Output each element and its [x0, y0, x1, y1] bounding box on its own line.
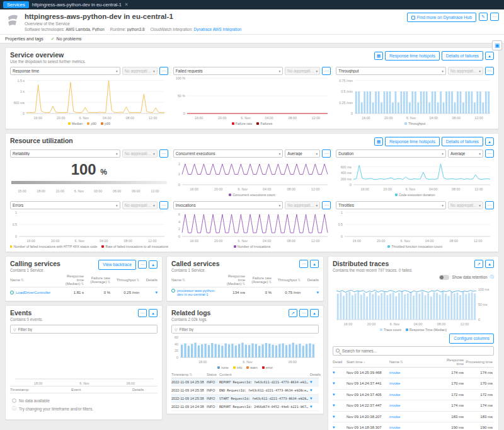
service-link[interactable]: LoadDriverController	[16, 291, 50, 294]
failed-requests-plot[interactable]: 100 %50 %016:0020:006. Nov04:0008:0012:0…	[173, 76, 331, 127]
card-more-button[interactable]: ⋯	[299, 260, 308, 268]
legend-item[interactable]: Code execution duration	[395, 193, 435, 197]
column-header-throughput[interactable]: Throughput⇅	[273, 278, 302, 282]
events-filter[interactable]: ▽	[10, 325, 158, 334]
collapse-section-button[interactable]: ▴	[310, 260, 319, 268]
data-retention-toggle[interactable]	[439, 275, 449, 280]
legend-item[interactable]: info	[233, 366, 243, 369]
metric-select[interactable]: Concurrent executions▾	[173, 149, 284, 158]
expand-row-icon[interactable]: ▾	[333, 414, 335, 419]
info-icon[interactable]: ⓘ	[490, 274, 495, 280]
aggregation-select[interactable]: Average▾	[448, 149, 483, 158]
trace-name-link[interactable]: invoke	[389, 371, 400, 375]
column-header-throughput[interactable]: Throughput⇅	[112, 278, 141, 282]
details-of-failures-button[interactable]: Details of failures	[442, 137, 483, 146]
expand-row-icon[interactable]: ▾	[333, 403, 335, 407]
collapse-section-button[interactable]: ▴	[485, 137, 494, 146]
legend-item[interactable]: Trace count	[380, 328, 401, 332]
expand-row-icon[interactable]: ▾	[333, 425, 335, 429]
invocations-plot[interactable]: 642016:0020:006. Nov04:0008:0012:00Numbe…	[173, 211, 331, 250]
aggregation-select[interactable]: Average▾	[285, 149, 320, 158]
trace-name-link[interactable]: invoke	[389, 381, 400, 385]
legend-item[interactable]: none	[217, 366, 229, 369]
events-timeline-plot[interactable]: 18:006. Nov06:00	[10, 335, 158, 386]
logs-filter[interactable]: ▽	[171, 325, 319, 334]
details-of-failures-button[interactable]: Details of failures	[442, 51, 483, 61]
legend-item[interactable]: Rate of failed invocations to all invoca…	[101, 245, 168, 248]
legend-item[interactable]: Failures	[256, 122, 272, 125]
logs-histogram-plot[interactable]: 604020018:006. Nov06:00noneinfowarnerror	[171, 335, 319, 371]
chart-more-button[interactable]: ⋯	[485, 201, 494, 209]
edit-button[interactable]: ✎	[479, 13, 488, 21]
throughput-plot[interactable]: 0.75 /min0.5 /min0.25 /min016:0020:006. …	[336, 76, 494, 127]
column-header-start-time[interactable]: Start time↓	[346, 360, 389, 364]
response-time-plot[interactable]: 1.5 s1 s500 ms016:0020:006. Nov04:0008:0…	[10, 76, 168, 127]
metric-select[interactable]: Throttles▾	[336, 201, 446, 209]
collapse-section-button[interactable]: ▴	[485, 260, 494, 268]
chart-more-button[interactable]: ⋯	[159, 149, 168, 158]
logs-filter-input[interactable]	[180, 327, 316, 332]
trace-search-input[interactable]	[342, 349, 491, 353]
legend-item[interactable]: Concurrent executions count	[229, 193, 275, 197]
legend-item[interactable]: warn	[246, 366, 257, 369]
events-filter-input[interactable]	[18, 327, 154, 332]
configure-columns-button[interactable]: Configure columns	[449, 334, 494, 343]
chart-more-button[interactable]: ⋯	[322, 201, 331, 209]
expand-row-icon[interactable]: ▾	[333, 381, 335, 385]
metric-select[interactable]: Response time▾	[10, 67, 120, 75]
trace-name-link[interactable]: invoke	[389, 426, 400, 429]
column-header-failure-rate[interactable]: Failure rate (Average)⇅	[86, 276, 112, 284]
expand-row-icon[interactable]: ▾	[333, 392, 335, 397]
column-header-status[interactable]: Status	[207, 373, 219, 376]
expand-row-icon[interactable]: ▾	[333, 370, 335, 375]
legend-item[interactable]: p90	[87, 122, 96, 125]
chart-more-button[interactable]: ⋯	[485, 149, 494, 158]
concurrent-executions-plot[interactable]: 21016:0020:006. Nov04:0008:0012:00Concur…	[173, 159, 331, 198]
tab-problems[interactable]: ✓No problems	[51, 35, 82, 43]
view-backtrace-button[interactable]: View backtrace	[98, 260, 136, 269]
throttles-plot[interactable]: 10.5016:0020:006. Nov04:0008:0012:00Thro…	[336, 211, 494, 250]
collapse-section-button[interactable]: ▴	[149, 309, 158, 317]
expand-row-icon[interactable]: ▾	[155, 290, 158, 294]
trace-name-link[interactable]: invoke	[389, 393, 400, 397]
services-nav-button[interactable]: Services	[3, 1, 29, 9]
column-header-failure-rate[interactable]: Failure rate (Average)⇅	[247, 276, 273, 284]
legend-item[interactable]: Number of invocations	[234, 245, 271, 248]
expand-card-button[interactable]: ↗	[474, 260, 483, 268]
chart-more-button[interactable]: ⋯	[322, 67, 331, 75]
column-header-timestamp[interactable]: Timestamp	[10, 388, 71, 392]
duration-plot[interactable]: 600 ms400 ms200 ms016:0020:006. Nov04:00…	[336, 159, 494, 198]
metric-select[interactable]: Errors▾	[10, 201, 120, 209]
trace-name-link[interactable]: invoke	[389, 415, 400, 419]
metric-select[interactable]: Reliability▾	[10, 149, 120, 158]
hotspot-grid-icon-button[interactable]: ▦	[374, 137, 383, 146]
tab-properties-and-tags[interactable]: Properties and tags	[5, 35, 43, 43]
service-link[interactable]: processor-aws-python-dev in eu-central-1	[177, 289, 220, 296]
legend-item[interactable]: Throughput	[404, 122, 425, 125]
metric-select[interactable]: Invocations▾	[173, 201, 284, 209]
card-more-button[interactable]: ⋯	[138, 309, 147, 317]
legend-item[interactable]: Throttled function invocation count	[387, 245, 442, 248]
legend-item[interactable]: Response Time (Median)	[406, 328, 447, 332]
metric-select[interactable]: Failed requests▾	[173, 67, 284, 75]
expand-row-icon[interactable]: ▾	[310, 396, 312, 400]
card-more-button[interactable]: ⋯	[138, 260, 147, 269]
legend-item[interactable]: Failure rate	[232, 122, 253, 125]
errors-plot[interactable]: 10.5016:0020:006. Nov04:0008:0012:00Numb…	[10, 211, 168, 250]
metric-select[interactable]: Duration▾	[336, 149, 446, 158]
expand-row-icon[interactable]: ▾	[310, 388, 312, 392]
metric-select[interactable]: Throughput▾	[336, 67, 446, 75]
more-options-button[interactable]: ⋯	[490, 13, 499, 21]
response-time-hotspots-button[interactable]: Response time hotspots	[385, 51, 440, 61]
legend-item[interactable]: error	[262, 366, 273, 369]
card-more-button[interactable]: ⋯	[299, 309, 308, 317]
expand-row-icon[interactable]: ▾	[310, 404, 312, 409]
column-header-processing-time[interactable]: Processing time	[465, 360, 494, 364]
hub-button[interactable]: Find more on Dynatrace Hub	[407, 13, 476, 22]
traces-plot[interactable]: 100 ms50 ms016:0020:006. Nov04:0008:0012…	[333, 281, 494, 333]
chart-more-button[interactable]: ⋯	[485, 67, 494, 75]
expand-card-button[interactable]: ↗	[289, 309, 297, 317]
column-header-name[interactable]: Name⇅	[10, 278, 59, 282]
legend-item[interactable]: p99	[101, 122, 110, 125]
legend-item[interactable]: Number of failed invocations with HTTP 4…	[10, 245, 97, 248]
